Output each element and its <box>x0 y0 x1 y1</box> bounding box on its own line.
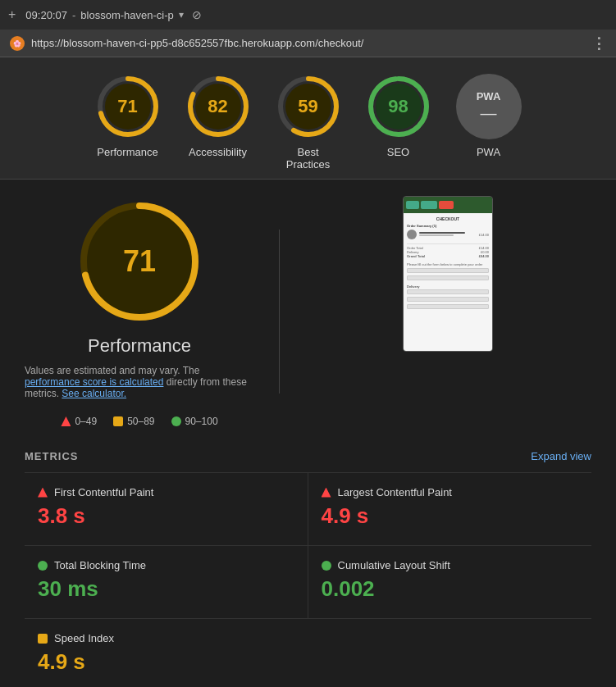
cls-value: 0.002 <box>322 576 579 602</box>
pwa-label: PWA <box>477 90 501 102</box>
thumb-navbar <box>404 197 492 213</box>
pwa-circle: PWA — <box>456 74 522 139</box>
score-value-accessibility: 82 <box>208 96 227 117</box>
score-circle-best-practices: 59 <box>276 74 341 139</box>
scores-section: 71 Performance 82 Accessibility 59 BestP… <box>0 57 616 180</box>
score-label-accessibility: Accessibility <box>189 146 247 158</box>
big-performance-circle: 71 <box>74 196 205 327</box>
legend-orange-icon <box>113 416 123 426</box>
tab-time: 09:20:07 <box>25 9 67 21</box>
performance-description: Values are estimated and may vary. The p… <box>25 365 254 399</box>
svg-text:🌸: 🌸 <box>13 39 21 48</box>
score-label-seo: SEO <box>387 146 409 158</box>
legend-green-label: 90–100 <box>185 416 218 427</box>
legend-red-icon <box>61 416 71 426</box>
thumb-body: CHECKOUT Order Summary (1) £14.00 Order … <box>404 213 492 351</box>
si-value: 4.9 s <box>38 649 578 675</box>
url-text[interactable]: https://blossom-haven-ci-pp5-d8c652557fb… <box>31 37 585 49</box>
thumb-checkout-title: CHECKOUT <box>407 216 489 221</box>
new-tab-icon[interactable]: + <box>8 7 16 22</box>
thumb-form-label: Please fill out the form below to comple… <box>407 262 489 266</box>
cls-indicator <box>322 561 331 571</box>
score-seo[interactable]: 98 SEO <box>366 74 431 158</box>
tab-dropdown-icon[interactable]: ▾ <box>179 9 184 20</box>
metric-lcp-header: Largest Contentful Paint <box>322 486 579 498</box>
thumb-price: £14.00 <box>479 233 489 237</box>
score-label-best-practices: BestPractices <box>286 146 330 171</box>
thumb-input-4 <box>407 297 489 302</box>
legend-red: 0–49 <box>61 416 97 427</box>
favicon: 🌸 <box>10 36 25 51</box>
metric-cls: Cumulative Layout Shift 0.002 <box>308 545 592 618</box>
thumb-nav-item-1 <box>406 201 419 209</box>
lcp-name: Largest Contentful Paint <box>338 486 452 498</box>
si-name: Speed Index <box>54 632 114 644</box>
thumb-delivery-label: Delivery <box>407 284 489 289</box>
vertical-divider <box>279 230 280 394</box>
legend-orange-label: 50–89 <box>127 416 154 427</box>
perf-desc-text: Values are estimated and may vary. The <box>25 365 199 376</box>
perf-calculator-link[interactable]: See calculator. <box>62 388 126 399</box>
thumb-order-row: £14.00 <box>407 230 489 239</box>
score-performance[interactable]: 71 Performance <box>95 74 161 158</box>
thumb-input-3 <box>407 289 489 294</box>
score-accessibility[interactable]: 82 Accessibility <box>185 74 251 158</box>
score-pwa[interactable]: PWA — PWA <box>456 74 522 158</box>
legend-green-icon <box>171 416 181 426</box>
fcp-name: First Contentful Paint <box>54 486 153 498</box>
score-value-seo: 98 <box>388 96 408 117</box>
thumb-nav-item-3 <box>439 201 454 209</box>
tab-site: blossom-haven-ci-p <box>80 9 173 21</box>
legend-red-label: 0–49 <box>75 416 97 427</box>
tab-title: + 09:20:07 - blossom-haven-ci-p ▾ ⊘ <box>8 7 202 22</box>
cls-name: Cumulative Layout Shift <box>338 559 450 571</box>
url-bar: 🌸 https://blossom-haven-ci-pp5-d8c652557… <box>0 30 616 57</box>
metric-si: Speed Index 4.9 s <box>25 618 591 687</box>
score-circle-accessibility: 82 <box>185 74 251 139</box>
performance-title: Performance <box>88 335 191 357</box>
lcp-value: 4.9 s <box>322 503 579 529</box>
fcp-indicator <box>38 488 48 498</box>
url-more-icon[interactable]: ⋮ <box>591 34 606 52</box>
score-label-performance: Performance <box>97 146 157 158</box>
tbt-value: 30 ms <box>38 576 294 602</box>
expand-view-button[interactable]: Expand view <box>531 450 591 462</box>
metrics-grid: First Contentful Paint 3.8 s Largest Con… <box>25 472 591 687</box>
fcp-value: 3.8 s <box>38 503 294 529</box>
perf-score-link[interactable]: performance score is calculated <box>25 376 163 388</box>
metric-lcp: Largest Contentful Paint 4.9 s <box>308 472 592 545</box>
metric-fcp-header: First Contentful Paint <box>38 486 294 498</box>
top-bar: + 09:20:07 - blossom-haven-ci-p ▾ ⊘ <box>0 0 616 30</box>
lcp-indicator <box>322 488 331 498</box>
metric-si-header: Speed Index <box>38 632 578 644</box>
performance-section: 71 Performance Values are estimated and … <box>25 196 591 427</box>
main-content: 71 Performance Values are estimated and … <box>0 180 616 687</box>
thumb-input-1 <box>407 268 489 273</box>
tbt-indicator <box>38 561 48 571</box>
legend-green: 90–100 <box>171 416 218 427</box>
score-circle-performance: 71 <box>95 74 161 139</box>
metric-cls-header: Cumulative Layout Shift <box>322 559 579 571</box>
score-value-best-practices: 59 <box>298 96 317 117</box>
legend-orange: 50–89 <box>113 416 154 427</box>
metric-fcp: First Contentful Paint 3.8 s <box>25 472 308 545</box>
score-best-practices[interactable]: 59 BestPractices <box>276 74 341 171</box>
thumb-product-avatar <box>407 230 417 239</box>
big-performance-score: 71 <box>123 244 156 279</box>
tab-close-icon[interactable]: ⊘ <box>192 8 202 21</box>
thumb-nav-item-2 <box>421 201 437 209</box>
thumb-product-details <box>419 232 477 237</box>
si-indicator <box>38 634 48 644</box>
thumb-input-5 <box>407 304 489 309</box>
metric-tbt-header: Total Blocking Time <box>38 559 294 571</box>
performance-left: 71 Performance Values are estimated and … <box>25 196 254 427</box>
score-circle-seo: 98 <box>366 74 431 139</box>
score-value-performance: 71 <box>117 96 137 117</box>
pwa-dash: — <box>481 104 497 123</box>
metrics-label: METRICS <box>25 450 79 462</box>
score-label-pwa: PWA <box>477 146 500 158</box>
screenshot-thumbnail: CHECKOUT Order Summary (1) £14.00 Order … <box>403 196 493 352</box>
metrics-header: METRICS Expand view <box>25 444 591 462</box>
thumb-grand-total-row: Grand Total£04.00 <box>407 254 489 258</box>
legend: 0–49 50–89 90–100 <box>61 416 217 427</box>
